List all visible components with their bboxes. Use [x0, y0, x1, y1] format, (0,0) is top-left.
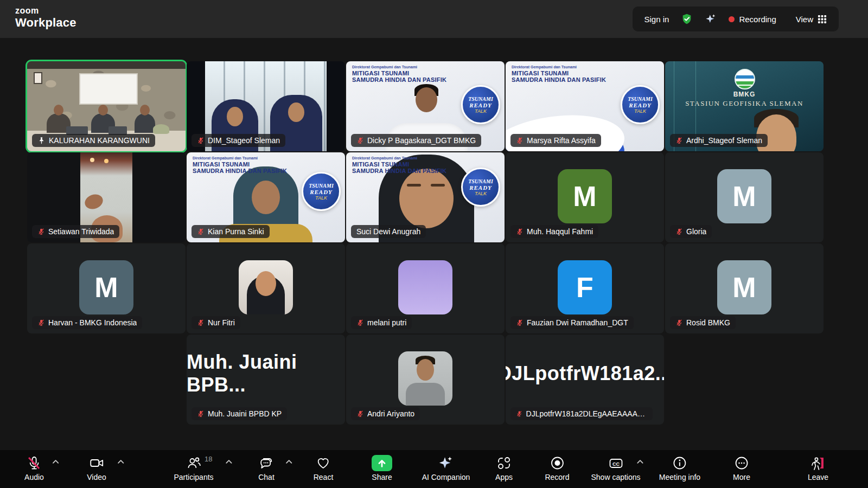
security-shield-icon[interactable]: [681, 13, 693, 25]
leave-button[interactable]: Leave: [808, 454, 828, 481]
participant-name-tag: Marsya Rifta Assyifa: [510, 134, 601, 147]
participants-icon: [186, 455, 201, 471]
participant-name: Nur Fitri: [208, 318, 235, 327]
recording-dot-icon: [729, 16, 735, 22]
view-label: View: [796, 15, 813, 24]
video-tile-gloria[interactable]: M Gloria: [665, 152, 824, 242]
participant-name: Rosid BMKG: [686, 318, 730, 327]
camera-icon: [89, 455, 104, 471]
muted-mic-icon: [197, 228, 205, 235]
participant-name: Dicky P Bagaskara_DGT BMKG: [367, 136, 476, 145]
video-tile-setiawan[interactable]: Setiawan Triwidada: [27, 152, 186, 242]
participant-name: Setiawan Triwidada: [48, 227, 114, 236]
share-screen-icon: [372, 455, 392, 471]
video-tile-suci[interactable]: Direktorat Gempabumi dan Tsunami MITIGAS…: [346, 152, 505, 242]
participant-name-tag: KALURAHAN KARANGWUNI: [32, 134, 155, 147]
record-button[interactable]: Record: [545, 454, 569, 481]
chat-button[interactable]: Chat: [258, 454, 275, 481]
participant-name: Andri Ariyanto: [367, 409, 414, 418]
muted-mic-icon: [516, 319, 524, 326]
apps-button[interactable]: Apps: [495, 454, 513, 481]
share-button[interactable]: Share: [372, 454, 392, 481]
participant-name: Suci Dewi Anugrah: [356, 227, 420, 236]
participant-name-tag: Ardhi_Stageof Sleman: [670, 134, 768, 147]
video-tile-andri[interactable]: Andri Ariyanto: [346, 335, 505, 425]
heart-reaction-icon: [316, 455, 331, 471]
closed-captions-icon: [608, 455, 623, 471]
more-ellipsis-icon: [734, 455, 749, 471]
pin-icon: [37, 137, 46, 145]
tsunami-ready-talk-badge: TSUNAMIREADYTALK: [302, 172, 341, 211]
react-button[interactable]: React: [314, 454, 334, 481]
recording-label: Recording: [739, 15, 776, 24]
participant-name-tag: Gloria: [670, 225, 712, 238]
participant-name: Kian Purna Sinki: [208, 227, 264, 236]
participant-name-tag: Setiawan Triwidada: [32, 225, 119, 238]
audio-options-chevron-icon[interactable]: [52, 459, 59, 464]
video-tile-djl[interactable]: DJLpotfrW181a2... DJLpotfrW181a2DLEgAAEA…: [506, 335, 664, 425]
show-captions-button[interactable]: Show captions: [591, 454, 640, 481]
video-tile-haqqul[interactable]: M Muh. Haqqul Fahmi: [506, 152, 664, 242]
video-tile-ardhi[interactable]: BMKG STASIUN GEOFISIKA SLEMAN Ardhi_Stag…: [665, 61, 824, 151]
view-button[interactable]: View: [796, 15, 827, 24]
captions-options-chevron-icon[interactable]: [636, 459, 643, 464]
participant-name: DJLpotfrW181a2DLEgAAEAAAABrxM...: [526, 409, 647, 418]
muted-mic-icon: [37, 319, 45, 326]
ai-companion-status-icon[interactable]: [705, 13, 717, 25]
muted-mic-icon: [516, 137, 524, 144]
video-gallery: KALURAHAN KARANGWUNI DIM_Stageof Sleman …: [0, 38, 868, 450]
muted-mic-icon: [516, 228, 524, 235]
muted-mic-icon: [356, 319, 364, 326]
record-icon: [550, 455, 565, 471]
chat-bubble-icon: [259, 455, 274, 471]
avatar: F: [558, 260, 612, 314]
video-tile-dim-stageof-sleman[interactable]: DIM_Stageof Sleman: [187, 61, 345, 151]
participant-name-tag: Kian Purna Sinki: [192, 225, 270, 238]
participant-name: Gloria: [686, 227, 706, 236]
avatar: [398, 260, 452, 314]
meeting-status-bar: Sign in Recording View: [633, 7, 839, 31]
participant-name-tag: Fauzian Dwi Ramadhan_DGT: [510, 316, 634, 329]
profile-photo: [398, 351, 452, 406]
video-tile-dicky[interactable]: Direktorat Gempabumi dan Tsunami MITIGAS…: [346, 61, 505, 151]
participant-name-tag: Dicky P Bagaskara_DGT BMKG: [351, 134, 481, 147]
video-tile-fauzian[interactable]: F Fauzian Dwi Ramadhan_DGT: [506, 243, 664, 333]
profile-photo: [239, 260, 293, 314]
recording-indicator: Recording: [729, 15, 776, 24]
muted-mic-icon: [356, 137, 364, 144]
apps-icon: [496, 455, 512, 471]
video-tile-kalurahan-karangwuni[interactable]: KALURAHAN KARANGWUNI: [27, 61, 186, 151]
ai-companion-button[interactable]: AI Companion: [422, 454, 470, 481]
video-tile-kian[interactable]: Direktorat Gempabumi dan Tsunami MITIGAS…: [187, 152, 345, 242]
tsunami-ready-talk-badge: TSUNAMIREADYTALK: [621, 85, 660, 124]
sign-in-button[interactable]: Sign in: [644, 15, 669, 24]
avatar: M: [79, 260, 133, 314]
participant-name: KALURAHAN KARANGWUNI: [49, 136, 150, 145]
muted-mic-icon: [675, 319, 683, 326]
muted-mic-icon: [675, 228, 683, 235]
more-button[interactable]: More: [733, 454, 750, 481]
participants-options-chevron-icon[interactable]: [225, 459, 232, 464]
video-button[interactable]: Video: [87, 454, 106, 481]
audio-button[interactable]: Audio: [24, 454, 44, 481]
avatar: M: [558, 169, 612, 223]
participants-count-badge: 18: [205, 455, 212, 463]
muted-mic-icon: [356, 410, 364, 418]
participant-name: Muh. Haqqul Fahmi: [527, 227, 593, 236]
video-tile-melani[interactable]: melani putri: [346, 243, 505, 333]
muted-mic-icon: [197, 410, 205, 418]
participant-name: Fauzian Dwi Ramadhan_DGT: [527, 318, 628, 327]
video-tile-harvan[interactable]: M Harvan - BMKG Indonesia: [27, 243, 186, 333]
meeting-info-button[interactable]: Meeting info: [659, 454, 700, 481]
video-options-chevron-icon[interactable]: [117, 459, 124, 464]
video-tile-rosid[interactable]: M Rosid BMKG: [665, 243, 824, 333]
participants-button[interactable]: Participants 18: [174, 454, 213, 481]
chat-options-chevron-icon[interactable]: [285, 459, 292, 464]
participant-name: melani putri: [367, 318, 406, 327]
participant-name-tag: Andri Ariyanto: [351, 407, 420, 420]
video-tile-marsya[interactable]: Direktorat Gempabumi dan Tsunami MITIGAS…: [506, 61, 664, 151]
video-tile-nur-fitri[interactable]: Nur Fitri: [187, 243, 345, 333]
video-tile-juaini[interactable]: Muh. Juaini BPB... Muh. Juaini BPBD KP: [187, 335, 345, 425]
participant-name: Harvan - BMKG Indonesia: [48, 318, 137, 327]
participant-name-tag: Nur Fitri: [192, 316, 240, 329]
